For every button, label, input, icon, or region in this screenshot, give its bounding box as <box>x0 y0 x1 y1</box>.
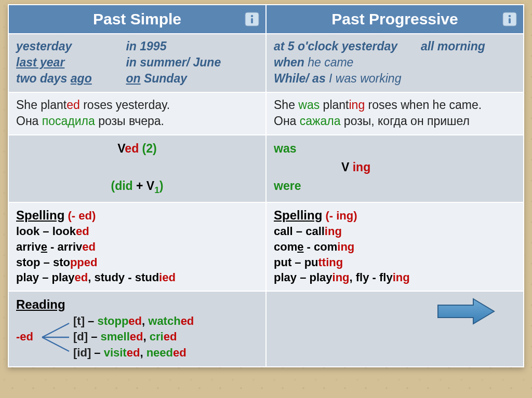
formula-right: was V ing were <box>266 135 524 202</box>
signal-line: at 5 o'clock yesterday all morning <box>274 38 516 54</box>
signals-left: yesterday last year two days ago in 1995… <box>8 34 266 92</box>
svg-marker-9 <box>438 299 494 324</box>
header-past-simple: Past Simple <box>8 5 266 34</box>
svg-point-4 <box>509 15 511 18</box>
reading-line: [id] – visited, needed <box>73 345 194 361</box>
header-left-text: Past Simple <box>93 10 181 28</box>
arrow-right-icon[interactable] <box>435 320 497 328</box>
svg-point-1 <box>251 15 254 18</box>
signal-text: yesterday <box>16 39 72 53</box>
header-past-progressive: Past Progressive <box>266 5 524 34</box>
signal-text: in summer/ June <box>126 56 221 69</box>
spelling-right: Spelling (- ing) call – calling come - c… <box>266 202 524 291</box>
example-left: She planted roses yesterday. Она посадил… <box>8 92 266 135</box>
signals-right: at 5 o'clock yesterday all morning when … <box>266 34 524 92</box>
svg-line-6 <box>42 323 69 337</box>
signal-text: on Sunday <box>126 72 187 85</box>
signal-text: last year <box>16 56 64 69</box>
signal-text: two days ago <box>16 72 92 85</box>
formula-left: Ved (2) (did + V1) <box>8 135 266 202</box>
reading-cell: Reading -ed [t] – stopped, watched [d] –… <box>8 291 266 367</box>
reading-title: Reading <box>16 296 258 313</box>
header-right-text: Past Progressive <box>331 10 458 28</box>
svg-line-8 <box>42 337 69 351</box>
svg-rect-5 <box>509 18 511 23</box>
info-icon[interactable] <box>245 12 259 26</box>
branch-icon <box>40 319 71 355</box>
reading-line: [t] – stopped, watched <box>73 313 194 330</box>
info-icon[interactable] <box>502 12 517 26</box>
signal-line: when he came <box>274 54 516 71</box>
signal-line: While/ as I was working <box>274 71 516 87</box>
signal-text: in 1995 <box>126 39 166 53</box>
reading-line: [d] – smelled, cried <box>73 329 194 345</box>
next-arrow-cell <box>266 291 524 367</box>
spelling-left: Spelling (- ed) look – looked arrive - a… <box>8 202 266 291</box>
reading-ed: -ed <box>16 329 40 345</box>
grammar-table: Past Simple Past Progressive yesterday l… <box>8 4 524 367</box>
svg-rect-2 <box>251 18 253 23</box>
example-right: She was planting roses when he came. Она… <box>266 92 524 135</box>
